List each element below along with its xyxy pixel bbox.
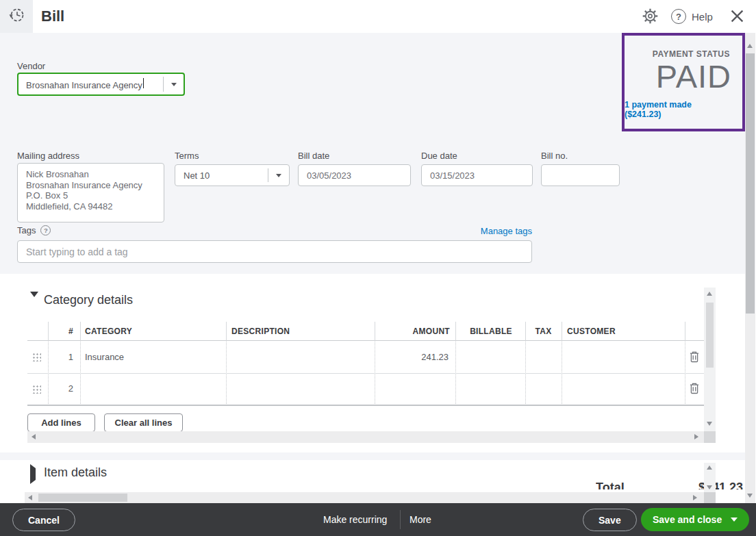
address-line: P.O. Box 5	[26, 190, 155, 201]
scroll-down-icon[interactable]	[707, 422, 712, 426]
vendor-dropdown-toggle[interactable]	[164, 83, 184, 86]
payment-status-card: PAYMENT STATUS PAID 1 payment made ($241…	[622, 33, 745, 131]
item-vertical-scrollbar[interactable]	[704, 463, 716, 492]
grid-line	[525, 322, 526, 340]
grid-line	[48, 322, 49, 340]
scroll-up-icon[interactable]	[707, 292, 712, 296]
scroll-down-icon[interactable]	[747, 494, 753, 498]
cancel-label: Cancel	[28, 515, 60, 526]
text-cursor	[143, 78, 144, 88]
delete-row-button[interactable]	[689, 382, 700, 397]
vendor-combobox[interactable]: Brosnahan Insurance Agency	[17, 73, 185, 96]
tags-help-icon[interactable]: ?	[40, 225, 51, 235]
terms-select[interactable]: Net 10	[175, 164, 290, 186]
column-header-tax: TAX	[525, 327, 562, 336]
address-line: Nick Brosnahan	[26, 169, 155, 180]
trash-icon	[689, 353, 700, 365]
make-recurring-label: Make recurring	[323, 514, 387, 525]
help-button[interactable]: ? Help	[671, 9, 713, 24]
column-header-customer: CUSTOMER	[567, 327, 616, 336]
item-details-expand[interactable]	[30, 468, 36, 481]
triangle-right-icon	[30, 464, 36, 484]
mailing-address-label: Mailing address	[17, 151, 79, 161]
item-horizontal-scrollbar[interactable]	[25, 492, 704, 503]
scrollbar-thumb[interactable]	[746, 53, 755, 314]
cell-row-num: 2	[48, 383, 73, 394]
grid-line	[226, 322, 227, 340]
due-date-label: Due date	[421, 151, 457, 161]
scrollbar-thumb[interactable]	[38, 494, 127, 502]
bill-date-label: Bill date	[298, 151, 329, 161]
column-header-num: #	[48, 327, 73, 336]
scroll-left-icon[interactable]	[32, 434, 36, 439]
save-label: Save	[598, 515, 621, 526]
manage-tags-link[interactable]: Manage tags	[464, 226, 532, 236]
payment-made-link[interactable]: 1 payment made ($241.23)	[625, 100, 730, 119]
make-recurring-button[interactable]: Make recurring	[323, 503, 387, 536]
delete-row-button[interactable]	[689, 350, 700, 366]
terms-label: Terms	[175, 151, 199, 161]
scrollbar-thumb[interactable]	[706, 303, 714, 368]
save-and-close-button[interactable]: Save and close	[641, 508, 749, 531]
drag-handle-icon[interactable]	[32, 384, 41, 394]
scroll-left-icon[interactable]	[28, 495, 32, 500]
cell-amount[interactable]: 241.23	[375, 352, 449, 362]
bill-date-value: 03/05/2023	[307, 170, 351, 181]
save-options-caret-icon[interactable]	[731, 518, 738, 522]
grid-line	[455, 322, 456, 340]
page-title: Bill	[41, 8, 64, 25]
row-separator	[27, 373, 704, 374]
category-details-collapse[interactable]	[30, 297, 38, 309]
grid-line	[375, 322, 375, 340]
address-line: Brosnahan Insurance Agency	[26, 180, 155, 191]
close-button[interactable]	[730, 9, 744, 26]
recent-transactions-button[interactable]	[0, 0, 33, 33]
total-label: Total	[596, 481, 625, 489]
help-label: Help	[692, 11, 713, 23]
more-label: More	[410, 514, 431, 525]
drag-handle-icon[interactable]	[32, 352, 41, 361]
save-button[interactable]: Save	[583, 509, 637, 531]
total-row: Total $241.23	[596, 481, 743, 489]
bill-date-input[interactable]: 03/05/2023	[298, 164, 411, 186]
question-mark-icon: ?	[671, 9, 686, 24]
due-date-input[interactable]: 03/15/2023	[421, 164, 533, 186]
grid-vertical-scrollbar[interactable]	[704, 288, 716, 431]
clear-all-lines-label: Clear all lines	[115, 418, 173, 428]
column-header-description: DESCRIPTION	[231, 327, 290, 336]
column-header-billable: BILLABLE	[457, 327, 525, 336]
add-lines-button[interactable]: Add lines	[27, 413, 95, 432]
scroll-down-icon[interactable]	[707, 485, 712, 489]
cell-category[interactable]: Insurance	[85, 352, 222, 362]
chevron-down-icon	[276, 174, 281, 177]
terms-dropdown-toggle[interactable]	[268, 174, 289, 177]
settings-button[interactable]	[641, 7, 659, 28]
grid-line	[562, 322, 562, 340]
save-and-close-label: Save and close	[653, 514, 722, 525]
tags-input[interactable]	[17, 240, 532, 263]
grid-header-border	[27, 340, 704, 341]
address-line: Middlefield, CA 94482	[26, 201, 155, 212]
history-clock-icon	[8, 6, 26, 27]
add-lines-label: Add lines	[41, 418, 81, 428]
terms-value: Net 10	[175, 170, 268, 181]
close-icon	[730, 14, 744, 25]
vendor-value: Brosnahan Insurance Agency	[26, 80, 142, 90]
more-button[interactable]: More	[410, 503, 431, 536]
cancel-button[interactable]: Cancel	[12, 509, 75, 531]
scroll-up-icon[interactable]	[747, 44, 753, 48]
gear-icon	[641, 16, 659, 27]
scroll-up-icon[interactable]	[707, 465, 712, 470]
action-footer: Cancel Make recurring More Save Save and…	[0, 503, 756, 536]
scroll-right-icon[interactable]	[693, 495, 697, 500]
grid-horizontal-scrollbar[interactable]	[27, 431, 704, 443]
tags-label-group: Tags ?	[17, 225, 51, 235]
vendor-label: Vendor	[17, 61, 45, 71]
grid-line	[685, 322, 685, 340]
page-vertical-scrollbar[interactable]	[745, 33, 755, 503]
clear-all-lines-button[interactable]: Clear all lines	[104, 413, 183, 432]
payment-status-value: PAID	[656, 58, 731, 95]
mailing-address-box[interactable]: Nick Brosnahan Brosnahan Insurance Agenc…	[17, 163, 164, 222]
scroll-right-icon[interactable]	[694, 434, 698, 439]
bill-no-input[interactable]	[541, 164, 620, 186]
